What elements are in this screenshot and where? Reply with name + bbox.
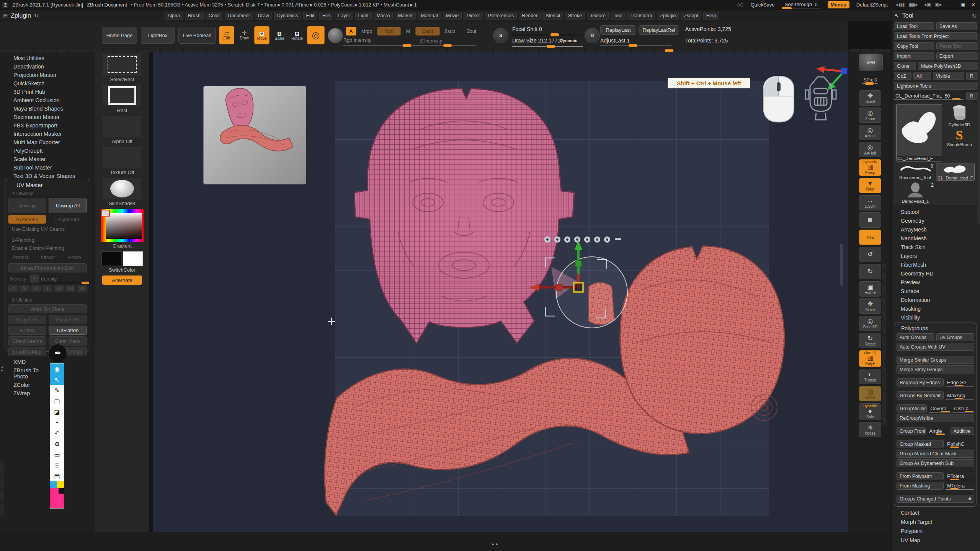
easel-icon[interactable]: ▭ — [50, 449, 64, 460]
zplugin-menu-item[interactable]: Multi Map Exporter — [0, 138, 95, 147]
tool-section-header[interactable]: Surface — [894, 287, 977, 295]
menu-item[interactable]: Edit — [303, 12, 318, 20]
edge-sensitivity-slider[interactable]: Edge Se — [946, 378, 974, 386]
m-button[interactable]: M — [403, 27, 413, 36]
right-shelf-button[interactable]: SPix 3 — [859, 73, 881, 88]
rgb-button[interactable]: Rgb — [377, 27, 401, 36]
quicksave-button[interactable]: QuickSave — [751, 2, 775, 8]
rect-stroke-icon[interactable] — [103, 85, 141, 106]
regroup-visible-button[interactable]: ReGroupVisible — [897, 414, 974, 422]
goz-all-button[interactable]: All — [913, 72, 931, 80]
goz-button[interactable]: GoZ — [894, 72, 911, 80]
menu-item[interactable]: Preferences — [485, 12, 517, 20]
right-shelf-button[interactable]: ✥ Scroll — [859, 90, 881, 106]
menus-button[interactable]: Menus — [828, 1, 849, 8]
tool-thumbnail[interactable]: 9 Recovered_Tool — [896, 163, 934, 181]
cluster-slider[interactable]: Clstr 0. — [952, 404, 974, 412]
work-on-clone-button[interactable]: Work On Clone — [8, 304, 87, 313]
from-polypaint-button[interactable]: From Polypaint — [897, 472, 944, 480]
tool-thumbnail[interactable]: S SimpleBrush — [944, 128, 975, 147]
restore-icon[interactable]: ▣ — [960, 2, 965, 8]
polish-groups-slider[interactable]: PolishG — [946, 440, 974, 448]
alternate-button[interactable]: Alternate — [102, 276, 142, 285]
eye-icon[interactable]: ◉ — [50, 364, 64, 374]
regroup-by-edges-button[interactable]: Regroup By Edges — [897, 378, 944, 386]
copy-tool-button[interactable]: Copy Tool — [894, 42, 934, 50]
menu-item[interactable]: Light — [355, 12, 372, 20]
load-tool-button[interactable]: Load Tool — [894, 22, 934, 30]
draw-button[interactable]: ✛Draw — [237, 26, 252, 44]
edit-button[interactable]: ▱Edit — [219, 26, 234, 44]
auto-groups-with-uv-button[interactable]: Auto Groups With UV — [897, 343, 974, 351]
material-slot[interactable]: SkinShade4 — [103, 178, 141, 206]
right-shelf-button[interactable]: ◎ Zoom3D — [859, 316, 881, 331]
density-scale-button[interactable]: /3 — [20, 285, 29, 292]
density-label[interactable]: Density — [8, 274, 28, 283]
panel-refresh-icon[interactable]: ↻ — [972, 12, 977, 20]
zplugin-menu-item[interactable]: ZWrap — [0, 389, 54, 398]
right-shelf-button[interactable]: ▣ Frame — [859, 281, 881, 297]
menu-item[interactable]: Stencil — [542, 12, 563, 20]
skinshade4-icon[interactable] — [103, 178, 141, 199]
zplugin-menu-item[interactable]: 3D Print Hub — [0, 88, 95, 96]
active-tool-slider[interactable]: CL_DemoHead_Flat.50 — [894, 92, 964, 100]
tool-section-header[interactable]: Visibility — [894, 313, 977, 322]
alpha-off-icon[interactable] — [103, 116, 141, 137]
gradient-picker[interactable] — [101, 209, 144, 242]
density-scale-button[interactable]: x2 — [54, 285, 64, 292]
flatten-button[interactable]: Flatten — [8, 326, 46, 335]
copy-uvs-button[interactable]: Copy UVs — [8, 315, 46, 324]
clone-button[interactable]: Clone — [894, 62, 916, 70]
merge-similar-groups-button[interactable]: Merge Similar Groups — [897, 356, 974, 364]
alpha-slot[interactable]: Alpha Off — [103, 116, 141, 144]
additive-button[interactable]: Additive — [951, 427, 974, 435]
menu-item[interactable]: Material — [418, 12, 441, 20]
tool-section-header[interactable]: ArrayMesh — [894, 225, 977, 234]
density-slider[interactable]: density. — [41, 276, 87, 283]
paint-tolerance-slider[interactable]: PTolera — [946, 472, 974, 480]
refresh-icon[interactable]: ↻ — [34, 13, 39, 19]
density-scale-button[interactable]: x4 — [77, 285, 87, 292]
tool-section-header[interactable]: Geometry HD — [894, 269, 977, 278]
canvas-scrollbar[interactable] — [840, 244, 843, 286]
right-shelf-button[interactable]: ▨ Ghost — [859, 386, 881, 401]
replay-last-rel-button[interactable]: ReplayLastRel — [639, 25, 679, 35]
live-boolean-button[interactable]: Live Boolean — [178, 27, 216, 44]
menu-item[interactable]: Color — [206, 12, 223, 20]
page-nav-arrows[interactable]: ▲▲ — [491, 542, 499, 546]
right-shelf-button[interactable]: ◎ Actual — [859, 125, 881, 140]
lightbox-button[interactable]: LightBox — [141, 27, 175, 44]
angle-slider[interactable]: Angle — [928, 427, 948, 435]
zadd-button[interactable]: Zadd — [415, 27, 440, 36]
stroke-brush-button[interactable]: ◎ — [307, 26, 325, 44]
loadctrlmap-button[interactable]: LoadCtrlMap — [8, 347, 46, 356]
zplugin-menu-item[interactable]: SubTool Master — [0, 163, 95, 172]
tool-section-header[interactable]: Masking — [894, 304, 977, 313]
menu-item[interactable]: Zplugin — [657, 12, 679, 20]
default-zscript-button[interactable]: DefaultZScript — [856, 2, 888, 8]
from-masking-button[interactable]: From Masking — [897, 482, 944, 490]
menu-item[interactable]: Marker — [395, 12, 416, 20]
minimize-icon[interactable]: — — [949, 2, 954, 8]
right-shelf-button[interactable]: Dynamic ● Solo — [859, 403, 881, 420]
coverage-slider[interactable]: Covera — [929, 404, 951, 412]
stroke-icon[interactable]: S — [493, 28, 508, 43]
menu-item[interactable]: Transform — [627, 12, 655, 20]
right-shelf-button[interactable]: Line Fill ▦ PolyF — [859, 350, 881, 367]
clipboard-icon[interactable]: ▤ — [50, 471, 64, 481]
tool-section-header[interactable]: Morph Target — [894, 517, 977, 527]
symmetry-button[interactable]: Symmetry — [8, 215, 46, 224]
rotate-button[interactable]: RRotate — [289, 26, 305, 44]
right-shelf-button[interactable]: ↻ — [859, 264, 881, 279]
menu-item[interactable]: Texture — [587, 12, 609, 20]
zplugin-menu-item[interactable]: Ambient Occlusion — [0, 96, 95, 104]
group-front-button[interactable]: Group Front — [897, 427, 926, 435]
xmd-color-swatches[interactable] — [50, 481, 64, 488]
groups-by-normals-button[interactable]: Groups By Normals — [897, 391, 944, 399]
panel-scrollbar[interactable] — [977, 33, 980, 224]
groups-changed-points-button[interactable]: Groups Changed Points — [897, 495, 974, 503]
trash-icon[interactable]: ♻ — [50, 439, 64, 449]
erase-button[interactable]: Erase — [62, 253, 87, 262]
zplugin-menu-item[interactable]: QuickSketch — [0, 79, 95, 88]
model-preview-thumbnail[interactable] — [203, 86, 306, 184]
